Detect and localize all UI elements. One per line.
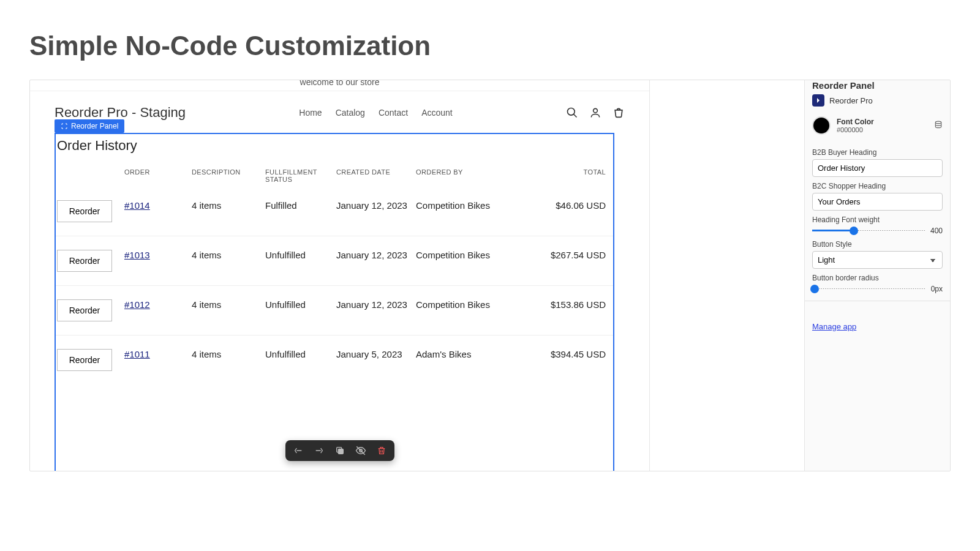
td-description: 4 items <box>192 250 265 260</box>
selection-tag[interactable]: Reorder Panel <box>55 119 124 133</box>
td-status: Unfulfilled <box>265 349 336 359</box>
reorder-button[interactable]: Reorder <box>57 200 112 222</box>
page-title: Simple No-Code Customization <box>0 0 980 80</box>
b2c-heading-input[interactable] <box>812 193 943 211</box>
button-style-select[interactable]: Light <box>812 251 943 269</box>
button-style-label: Button Style <box>812 240 943 249</box>
store-title: Reorder Pro - Staging <box>55 105 186 121</box>
td-status: Fulfilled <box>265 200 336 211</box>
nav-catalog[interactable]: Catalog <box>336 108 365 118</box>
font-weight-value: 400 <box>930 227 943 235</box>
primary-nav: Home Catalog Contact Account <box>299 108 452 118</box>
order-link[interactable]: #1012 <box>124 299 150 310</box>
reorder-button[interactable]: Reorder <box>57 299 112 321</box>
td-description: 4 items <box>192 200 265 211</box>
preview-pane: welcome to our store Reorder Pro - Stagi… <box>30 80 650 471</box>
td-total: $267.54 USD <box>520 250 606 260</box>
hide-icon[interactable] <box>355 445 366 456</box>
b2c-heading-label: B2C Shopper Heading <box>812 182 943 190</box>
app-row[interactable]: Reorder Pro <box>812 91 943 114</box>
screenshot-frame: welcome to our store Reorder Pro - Stagi… <box>29 80 951 471</box>
svg-rect-3 <box>338 449 343 454</box>
font-weight-label: Heading Font weight <box>812 216 943 224</box>
font-color-value: #000000 <box>837 126 874 133</box>
reorder-button[interactable]: Reorder <box>57 250 112 272</box>
td-total: $46.06 USD <box>520 200 606 211</box>
settings-sidebar: Reorder Panel Reorder Pro Font Color #00… <box>804 80 950 471</box>
td-ordered-by: Competition Bikes <box>416 299 520 310</box>
manage-app-link[interactable]: Manage app <box>812 322 856 331</box>
th-description: DESCRIPTION <box>192 168 265 183</box>
td-total: $153.86 USD <box>520 299 606 310</box>
table-row: Reorder #1011 4 items Unfulfilled Januar… <box>56 335 613 384</box>
th-created: CREATED DATE <box>336 168 416 183</box>
td-total: $394.45 USD <box>520 349 606 359</box>
svg-line-1 <box>574 114 577 118</box>
color-swatch[interactable] <box>812 116 831 135</box>
th-status: FULLFILLMENT STATUS <box>265 168 336 183</box>
svg-point-7 <box>935 121 941 124</box>
border-radius-slider[interactable] <box>812 285 926 293</box>
reorder-button[interactable]: Reorder <box>57 349 112 371</box>
selection-tag-label: Reorder Panel <box>71 122 118 130</box>
nav-contact[interactable]: Contact <box>379 108 408 118</box>
order-link[interactable]: #1014 <box>124 200 150 211</box>
th-order: ORDER <box>124 168 192 183</box>
section-heading: Order History <box>56 134 613 154</box>
td-ordered-by: Competition Bikes <box>416 250 520 260</box>
sidebar-title: Reorder Panel <box>812 80 943 91</box>
order-table: ORDER DESCRIPTION FULLFILLMENT STATUS CR… <box>56 154 613 384</box>
outdent-icon[interactable] <box>293 445 304 456</box>
table-header-row: ORDER DESCRIPTION FULLFILLMENT STATUS CR… <box>56 154 613 187</box>
nav-account[interactable]: Account <box>421 108 453 118</box>
border-radius-label: Button border radius <box>812 274 943 282</box>
header-icons <box>566 107 625 119</box>
svg-point-2 <box>594 108 598 113</box>
th-total: TOTAL <box>520 168 606 183</box>
font-color-row[interactable]: Font Color #000000 <box>812 114 943 143</box>
indent-icon[interactable] <box>314 445 325 456</box>
app-logo-icon <box>812 94 824 107</box>
font-color-label: Font Color <box>837 118 874 126</box>
selected-section[interactable]: Order History ORDER DESCRIPTION FULLFILL… <box>55 133 614 471</box>
td-ordered-by: Competition Bikes <box>416 200 520 211</box>
table-row: Reorder #1014 4 items Fulfilled January … <box>56 187 613 236</box>
duplicate-icon[interactable] <box>334 445 345 456</box>
cart-icon[interactable] <box>612 107 625 119</box>
welcome-bar: welcome to our store <box>30 80 649 91</box>
td-status: Unfulfilled <box>265 250 336 260</box>
td-created: January 12, 2023 <box>336 250 416 260</box>
td-description: 4 items <box>192 349 265 359</box>
sidebar-divider <box>805 301 950 301</box>
th-ordered-by: ORDERED BY <box>416 168 520 183</box>
user-icon[interactable] <box>589 107 601 119</box>
font-weight-slider[interactable] <box>812 227 925 235</box>
order-link[interactable]: #1013 <box>124 250 150 260</box>
table-row: Reorder #1012 4 items Unfulfilled Januar… <box>56 286 613 335</box>
search-icon[interactable] <box>566 107 578 119</box>
app-name: Reorder Pro <box>829 96 873 105</box>
th-reorder <box>57 168 124 183</box>
td-ordered-by: Adam's Bikes <box>416 349 520 359</box>
td-created: January 5, 2023 <box>336 349 416 359</box>
order-link[interactable]: #1011 <box>124 349 150 359</box>
td-description: 4 items <box>192 299 265 310</box>
td-created: January 12, 2023 <box>336 299 416 310</box>
trash-icon[interactable] <box>376 445 387 456</box>
svg-point-0 <box>568 108 575 116</box>
table-row: Reorder #1013 4 items Unfulfilled Januar… <box>56 236 613 286</box>
b2b-heading-label: B2B Buyer Heading <box>812 148 943 157</box>
floating-toolbar <box>285 440 394 461</box>
b2b-heading-input[interactable] <box>812 159 943 177</box>
database-icon[interactable] <box>934 121 943 131</box>
border-radius-value: 0px <box>931 285 943 293</box>
nav-home[interactable]: Home <box>299 108 322 118</box>
td-status: Unfulfilled <box>265 299 336 310</box>
td-created: January 12, 2023 <box>336 200 416 211</box>
